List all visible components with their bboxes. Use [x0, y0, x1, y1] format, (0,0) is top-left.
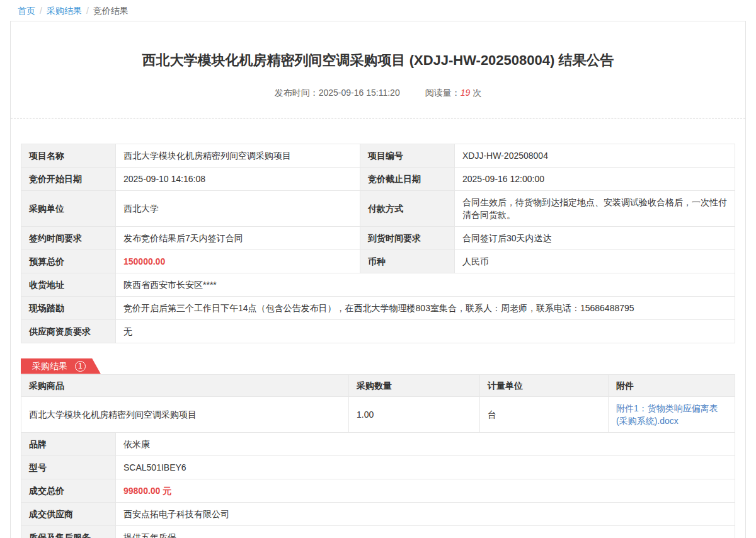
currency-value: 人民币	[455, 249, 735, 273]
product-column-header: 采购商品	[21, 374, 349, 396]
brand-value: 依米康	[116, 432, 735, 455]
table-row: 现场踏勘 竞价开启后第三个工作日下午14点（包含公告发布日），在西北大学物理楼8…	[21, 296, 735, 319]
breadcrumb: 首页/采购结果/竞价结果	[0, 0, 756, 21]
deal-detail-table: 品牌 依米康 型号 SCAL501IBEY6 成交总价 99800.00 元 成…	[21, 432, 735, 538]
budget-label: 预算总价	[21, 249, 116, 273]
views-count: 19	[461, 88, 471, 98]
warranty-value: 提供五年质保。	[116, 525, 735, 538]
product-cell: 西北大学模块化机房精密列间空调采购项目	[21, 396, 349, 432]
quantity-cell: 1.00	[349, 396, 480, 432]
table-row: 采购单位 西北大学 付款方式 合同生效后，待货物到达指定地点、安装调试验收合格后…	[21, 190, 735, 226]
breadcrumb-section-link[interactable]: 采购结果	[47, 6, 82, 16]
result-badge-label: 采购结果	[32, 361, 67, 371]
deal-price-label: 成交总价	[21, 479, 116, 502]
payment-method-value: 合同生效后，待货物到达指定地点、安装调试验收合格后，一次性付清合同货款。	[455, 190, 735, 226]
signing-time-label: 签约时间要求	[21, 226, 116, 249]
breadcrumb-separator: /	[86, 6, 89, 16]
payment-method-label: 付款方式	[360, 190, 455, 226]
currency-label: 币种	[360, 249, 455, 273]
publish-info: 发布时间：2025-09-16 15:11:20阅读量：19次	[21, 88, 735, 99]
table-header-row: 采购商品 采购数量 计量单位 附件	[21, 374, 735, 396]
bid-end-label: 竞价截止日期	[360, 167, 455, 190]
table-row: 成交总价 99800.00 元	[21, 479, 735, 502]
announcement-header: 西北大学模块化机房精密列间空调采购项目 (XDJJ-HW-202508004) …	[11, 21, 745, 118]
publish-time: 发布时间：2025-09-16 15:11:20	[275, 88, 400, 98]
delivery-time-label: 到货时间要求	[360, 226, 455, 249]
warranty-label: 质保及售后服务	[21, 525, 116, 538]
supplier-qualification-value: 无	[116, 319, 735, 343]
delivery-address-value: 陕西省西安市长安区****	[116, 273, 735, 296]
table-row: 品牌 依米康	[21, 432, 735, 455]
views-unit: 次	[472, 88, 481, 98]
signing-time-value: 发布竞价结果后7天内签订合同	[116, 226, 360, 249]
unit-cell: 台	[480, 396, 609, 432]
bid-start-label: 竞价开始日期	[21, 167, 116, 190]
brand-label: 品牌	[21, 432, 116, 455]
quantity-column-header: 采购数量	[349, 374, 480, 396]
table-row: 竞价开始日期 2025-09-10 14:16:08 竞价截止日期 2025-0…	[21, 167, 735, 190]
project-number-value: XDJJ-HW-202508004	[455, 144, 735, 167]
bid-end-value: 2025-09-16 12:00:00	[455, 167, 735, 190]
table-row: 供应商资质要求 无	[21, 319, 735, 343]
delivery-address-label: 收货地址	[21, 273, 116, 296]
attachment-link[interactable]: 附件1：货物类响应偏离表(采购系统).docx	[616, 403, 718, 426]
breadcrumb-home-link[interactable]: 首页	[18, 6, 35, 16]
model-label: 型号	[21, 455, 116, 479]
purchaser-value: 西北大学	[116, 190, 360, 226]
project-name-value: 西北大学模块化机房精密列间空调采购项目	[116, 144, 360, 167]
breadcrumb-separator: /	[40, 6, 42, 16]
project-number-label: 项目编号	[360, 144, 455, 167]
table-row: 型号 SCAL501IBEY6	[21, 455, 735, 479]
delivery-time-value: 合同签订后30天内送达	[455, 226, 735, 249]
bid-start-value: 2025-09-10 14:16:08	[116, 167, 360, 190]
project-info-table: 项目名称 西北大学模块化机房精密列间空调采购项目 项目编号 XDJJ-HW-20…	[21, 144, 735, 343]
site-survey-value: 竞价开启后第三个工作日下午14点（包含公告发布日），在西北大学物理楼803室集合…	[116, 296, 735, 319]
result-badge-count: 1	[75, 361, 86, 372]
site-survey-label: 现场踏勘	[21, 296, 116, 319]
purchase-items-table: 采购商品 采购数量 计量单位 附件 西北大学模块化机房精密列间空调采购项目 1.…	[21, 374, 735, 433]
table-row: 收货地址 陕西省西安市长安区****	[21, 273, 735, 296]
page-title: 西北大学模块化机房精密列间空调采购项目 (XDJJ-HW-202508004) …	[21, 52, 735, 70]
winning-supplier-label: 成交供应商	[21, 502, 116, 525]
table-row: 预算总价 150000.00 币种 人民币	[21, 249, 735, 273]
winning-supplier-value: 西安点拓电子科技有限公司	[116, 502, 735, 525]
attachment-column-header: 附件	[609, 374, 735, 396]
deal-price-value: 99800.00 元	[116, 479, 735, 502]
table-row: 质保及售后服务 提供五年质保。	[21, 525, 735, 538]
attachment-cell: 附件1：货物类响应偏离表(采购系统).docx	[609, 396, 735, 432]
unit-column-header: 计量单位	[480, 374, 609, 396]
announcement-body: 项目名称 西北大学模块化机房精密列间空调采购项目 项目编号 XDJJ-HW-20…	[11, 118, 745, 538]
project-name-label: 项目名称	[21, 144, 116, 167]
table-row: 项目名称 西北大学模块化机房精密列间空调采购项目 项目编号 XDJJ-HW-20…	[21, 144, 735, 167]
table-row: 西北大学模块化机房精密列间空调采购项目 1.00 台 附件1：货物类响应偏离表(…	[21, 396, 735, 432]
supplier-qualification-label: 供应商资质要求	[21, 319, 116, 343]
announcement-card: 西北大学模块化机房精密列间空调采购项目 (XDJJ-HW-202508004) …	[10, 21, 746, 538]
purchaser-label: 采购单位	[21, 190, 116, 226]
table-row: 成交供应商 西安点拓电子科技有限公司	[21, 502, 735, 525]
result-badge-wrap: 采购结果 1	[21, 358, 735, 374]
budget-value: 150000.00	[116, 249, 360, 273]
breadcrumb-current: 竞价结果	[93, 6, 129, 16]
views-label: 阅读量：	[425, 88, 461, 98]
result-badge: 采购结果 1	[21, 358, 101, 374]
table-row: 签约时间要求 发布竞价结果后7天内签订合同 到货时间要求 合同签订后30天内送达	[21, 226, 735, 249]
model-value: SCAL501IBEY6	[116, 455, 735, 479]
